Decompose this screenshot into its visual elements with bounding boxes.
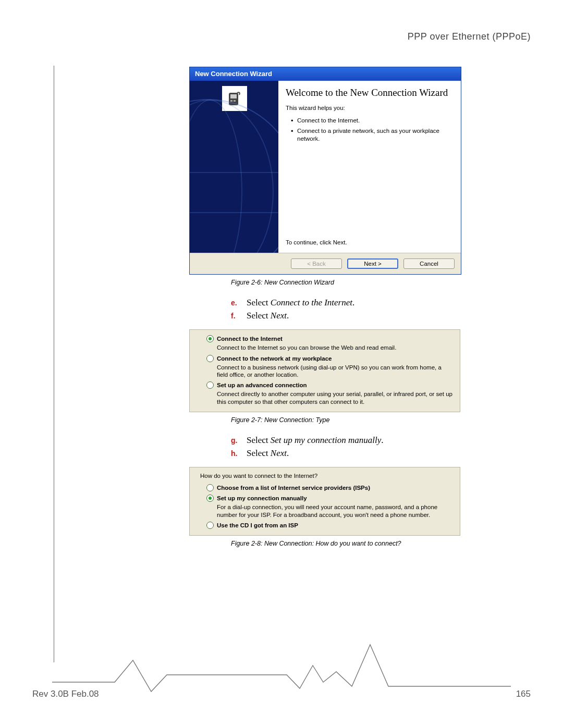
instruction-e: e. Select Connect to the Internet. [231, 297, 460, 310]
instruction-block: e. Select Connect to the Internet. f. Se… [231, 297, 460, 322]
wizard-bullet: Connect to the Internet. [291, 115, 452, 126]
back-button[interactable]: < Back [291, 258, 342, 269]
t: Next [271, 448, 287, 458]
radio-title: Set up my connection manually [217, 495, 307, 501]
wizard-side-art [190, 81, 278, 253]
radio-desc: Connect directly to another computer usi… [217, 390, 452, 405]
t: Connect to the Internet [271, 298, 352, 307]
radio-icon [206, 335, 214, 342]
radio-title: Choose from a list of Internet service p… [217, 485, 370, 491]
instruction-block: g. Select Set up my connection manually.… [231, 434, 460, 460]
document-page: PPP over Ethernet (PPPoE) New Connection… [0, 0, 563, 728]
wizard-bullet-list: Connect to the Internet. Connect to a pr… [291, 115, 452, 144]
radio-desc: Connect to a business network (using dia… [217, 364, 452, 379]
t: . [287, 448, 289, 458]
figure-caption: Figure 2-7: New Connection: Type [231, 416, 460, 424]
figure-caption: Figure 2-6: New Connection Wizard [231, 279, 460, 286]
wizard-footer: < Back Next > Cancel [190, 253, 461, 274]
radio-desc: For a dial-up connection, you will need … [217, 503, 452, 519]
wizard-window: New Connection Wizard [189, 67, 461, 275]
wizard-subtext: This wizard helps you: [286, 105, 452, 111]
radio-option-manual[interactable]: Set up my connection manually For a dial… [206, 495, 452, 519]
radio-title: Connect to the network at my workplace [217, 355, 332, 362]
radio-title: Use the CD I got from an ISP [217, 522, 298, 528]
radio-option-advanced[interactable]: Set up an advanced connection Connect di… [206, 381, 452, 405]
margin-rule [54, 66, 54, 662]
page-header: PPP over Ethernet (PPPoE) [408, 31, 531, 42]
svg-rect-1 [230, 94, 237, 98]
wizard-body: Welcome to the New Connection Wizard Thi… [190, 81, 461, 253]
t: Set up my connection manually [271, 435, 381, 445]
cancel-button[interactable]: Cancel [403, 258, 455, 269]
radio-icon [206, 495, 214, 502]
instruction-f: f. Select Next. [231, 310, 460, 323]
radio-option-workplace[interactable]: Connect to the network at my workplace C… [206, 355, 452, 379]
radio-icon [206, 484, 214, 491]
wizard-main: Welcome to the New Connection Wizard Thi… [278, 81, 461, 253]
t: Next [271, 311, 287, 320]
radio-desc: Connect to the Internet so you can brows… [217, 344, 452, 351]
radio-option-isp-list[interactable]: Choose from a list of Internet service p… [206, 484, 452, 491]
t: Select [247, 435, 271, 445]
content-column: New Connection Wizard [189, 67, 460, 547]
footer-divider-graphic [52, 634, 511, 697]
radio-icon [206, 355, 214, 362]
svg-rect-3 [234, 100, 236, 102]
connection-type-panel: Connect to the Internet Connect to the I… [189, 329, 460, 412]
figure-caption: Figure 2-8: New Connection: How do you w… [231, 540, 460, 547]
radio-title: Set up an advanced connection [217, 382, 307, 388]
t: . [381, 435, 383, 445]
wizard-heading: Welcome to the New Connection Wizard [286, 87, 452, 98]
step-letter: h. [231, 447, 247, 460]
t: . [352, 298, 354, 307]
radio-icon [206, 381, 214, 389]
step-letter: f. [231, 310, 247, 323]
t: Select [247, 448, 271, 458]
t: Select [247, 311, 271, 320]
t: . [287, 311, 289, 320]
wizard-titlebar: New Connection Wizard [190, 67, 461, 81]
t: Select [247, 298, 271, 307]
step-letter: e. [231, 297, 247, 310]
wizard-continue-text: To continue, click Next. [286, 239, 452, 249]
radio-option-cd[interactable]: Use the CD I got from an ISP [206, 522, 452, 529]
instruction-g: g. Select Set up my connection manually. [231, 434, 460, 447]
next-button[interactable]: Next > [347, 258, 398, 269]
footer-page-number: 165 [516, 689, 531, 699]
how-connect-panel: How do you want to connect to the Intern… [189, 467, 460, 536]
wizard-bullet: Connect to a private network, such as yo… [291, 126, 452, 144]
footer-revision: Rev 3.0B Feb.08 [32, 689, 99, 699]
radio-option-connect-internet[interactable]: Connect to the Internet Connect to the I… [206, 335, 452, 351]
instruction-h: h. Select Next. [231, 447, 460, 460]
radio-title: Connect to the Internet [217, 336, 283, 342]
panel-question: How do you want to connect to the Intern… [200, 473, 452, 479]
step-letter: g. [231, 434, 247, 447]
radio-icon [206, 522, 214, 529]
